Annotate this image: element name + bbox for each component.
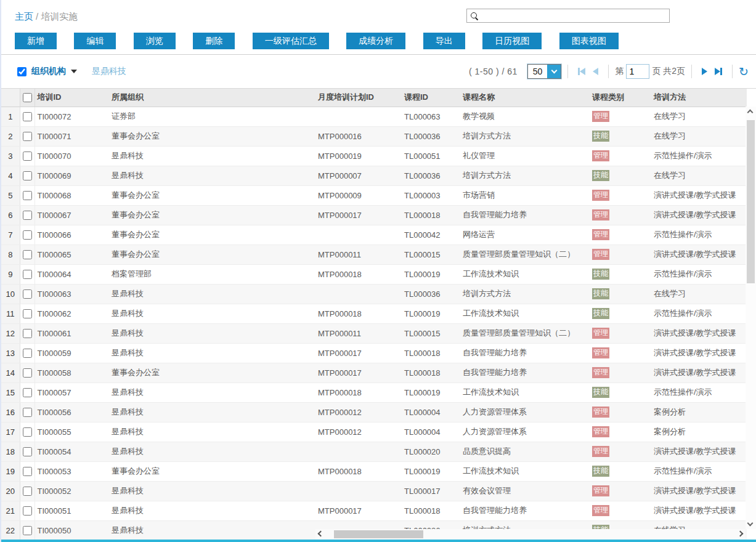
training-id-cell: TI000054 [35,442,109,461]
row-number-cell: 14 [1,363,20,382]
row-number-cell: 17 [1,422,20,442]
row-checkbox[interactable] [23,309,32,318]
table-row[interactable]: 17TI000055昱鼎科技MTP000012TL000004人力资源管理体系管… [1,422,747,442]
row-checkbox[interactable] [23,526,32,535]
table-row[interactable]: 1TI000072证券部TL000063教学视频管理在线学习 [1,107,747,126]
edit-button[interactable]: 编辑 [74,33,116,49]
table-row[interactable]: 18TI000054昱鼎科技TL000020品质意识提高管理演讲式授课/教学式授… [1,442,747,461]
vertical-scrollbar-thumb[interactable] [747,120,755,283]
select-all-checkbox[interactable] [23,93,32,102]
chevron-down-icon[interactable] [71,70,77,73]
last-page-icon[interactable] [715,68,722,75]
col-header-mtp-id[interactable]: 月度培训计划ID [315,89,402,107]
course-name-cell: 工作流技术知识 [460,461,590,481]
row-checkbox[interactable] [23,506,32,516]
row-checkbox-cell [20,442,35,461]
table-row[interactable]: 20TI000052昱鼎科技TL000017有效会议管理管理演讲式授课/教学式授… [1,481,747,501]
category-cell: 管理 [590,205,651,225]
table-row[interactable]: 7TI000066董事会办公室TL000042网络运营管理示范性操作/演示 [1,225,747,245]
scroll-right-icon[interactable] [738,531,744,537]
org-filter-checkbox[interactable] [17,67,26,76]
add-button[interactable]: 新增 [15,33,57,49]
row-checkbox-cell [20,107,35,126]
page-number-input[interactable] [626,64,649,79]
method-cell: 演讲式授课/教学式授课 [651,323,747,343]
row-checkbox-cell [20,461,35,481]
score-analysis-button[interactable]: 成绩分析 [346,33,405,49]
row-checkbox[interactable] [23,487,32,496]
table-row[interactable]: 6TI000067董事会办公室MTP000017TL000018自我管理能力培养… [1,205,747,225]
col-header-org[interactable]: 所属组织 [109,89,315,107]
course-id-cell: TL000018 [402,501,460,520]
row-checkbox[interactable] [23,270,32,279]
view-button[interactable]: 浏览 [134,33,176,49]
level1-summary-button[interactable]: 一级评估汇总 [253,33,329,49]
table-row[interactable]: 14TI000058董事会办公室MTP000017TL000018自我管理能力培… [1,363,747,382]
training-id-cell: TI000070 [35,146,109,166]
search-box[interactable] [466,9,670,23]
table-row[interactable]: 15TI000057昱鼎科技MTP000018TL000019工作流技术知识技能… [1,382,747,402]
table-row[interactable]: 21TI000051昱鼎科技MTP000017TL000018自我管理能力培养管… [1,501,747,520]
horizontal-scrollbar[interactable] [315,529,746,540]
mtp-id-cell: MTP000012 [315,402,402,422]
row-checkbox[interactable] [23,388,32,397]
table-row[interactable]: 10TI000063昱鼎科技TL000036培训方式方法技能在线学习 [1,284,747,304]
mtp-id-cell: MTP000017 [315,363,402,382]
scroll-down-icon[interactable] [747,520,754,527]
page-size-dropdown-icon[interactable] [547,65,561,78]
divider [691,65,692,78]
row-checkbox[interactable] [23,427,32,437]
row-checkbox[interactable] [23,467,32,476]
breadcrumb-home-link[interactable]: 主页 [15,11,33,22]
row-checkbox[interactable] [23,368,32,378]
prev-page-icon[interactable] [593,68,598,75]
table-row[interactable]: 9TI000064档案管理部MTP000018TL000019工作流技术知识技能… [1,264,747,284]
row-checkbox[interactable] [23,230,32,240]
row-checkbox[interactable] [23,171,32,180]
page-size-select[interactable]: 50 [527,64,562,79]
table-row[interactable]: 13TI000059昱鼎科技MTP000017TL000018自我管理能力培养管… [1,343,747,363]
table-row[interactable]: 2TI000071董事会办公室MTP000016TL000036培训方式方法技能… [1,126,747,146]
export-button[interactable]: 导出 [423,33,465,49]
next-page-icon[interactable] [702,68,707,75]
row-checkbox[interactable] [23,132,32,141]
table-row[interactable]: 16TI000056昱鼎科技MTP000012TL000004人力资源管理体系管… [1,402,747,422]
row-checkbox[interactable] [23,408,32,417]
training-id-cell: TI000063 [35,284,109,304]
table-row[interactable]: 3TI000070昱鼎科技MTP000019TL000051礼仪管理管理示范性操… [1,146,747,166]
table-row[interactable]: 4TI000069昱鼎科技MTP000007TL000036培训方式方法技能在线… [1,166,747,185]
col-header-training-id[interactable]: 培训ID [35,89,109,107]
row-checkbox[interactable] [23,329,32,338]
scroll-up-icon[interactable] [747,110,754,116]
org-filter-value-link[interactable]: 昱鼎科技 [92,66,126,77]
row-checkbox[interactable] [23,112,32,121]
vertical-scrollbar[interactable] [746,107,756,529]
col-header-method[interactable]: 培训方法 [651,89,747,107]
search-input[interactable] [479,10,669,22]
table-row[interactable]: 11TI000062昱鼎科技MTP000018TL000019工作流技术知识技能… [1,304,747,323]
col-header-course-id[interactable]: 课程ID [402,89,460,107]
course-id-cell: TL000003 [402,185,460,205]
org-filter-label[interactable]: 组织机构 [31,66,66,77]
calendar-view-button[interactable]: 日历视图 [482,33,542,49]
first-page-icon[interactable] [578,68,585,75]
table-row[interactable]: 12TI000061昱鼎科技MTP000011TL000015质量管理部质量管理… [1,323,747,343]
delete-button[interactable]: 删除 [193,33,235,49]
scroll-left-icon[interactable] [318,531,324,537]
row-checkbox[interactable] [23,211,32,220]
table-row[interactable]: 5TI000068董事会办公室MTP000009TL000003市场营销管理演讲… [1,185,747,205]
row-checkbox[interactable] [23,152,32,161]
table-row[interactable]: 19TI000053董事会办公室MTP000018TL000019工作流技术知识… [1,461,747,481]
col-header-category[interactable]: 课程类别 [590,89,651,107]
row-checkbox[interactable] [23,447,32,456]
table-row[interactable]: 8TI000065董事会办公室MTP000011TL000015质量管理部质量管… [1,245,747,264]
row-checkbox[interactable] [23,191,32,200]
chart-view-button[interactable]: 图表视图 [559,33,619,49]
horizontal-scrollbar-thumb[interactable] [334,530,423,538]
row-checkbox[interactable] [23,289,32,299]
refresh-icon[interactable]: ↻ [739,66,749,78]
row-number-cell: 9 [1,264,20,284]
col-header-course-name[interactable]: 课程名称 [460,89,590,107]
row-checkbox[interactable] [23,349,32,358]
row-checkbox[interactable] [23,250,32,259]
